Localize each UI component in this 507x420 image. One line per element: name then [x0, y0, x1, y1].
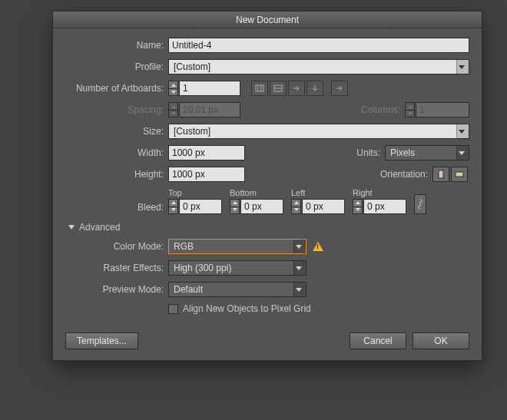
size-label: Size:: [65, 126, 168, 137]
svg-rect-0: [256, 85, 263, 91]
bleed-left-input[interactable]: [302, 199, 345, 214]
height-label: Height:: [65, 169, 168, 180]
units-select[interactable]: Pixels: [385, 145, 469, 160]
spacing-stepper: [168, 102, 240, 117]
bleed-left-stepper[interactable]: [291, 199, 345, 214]
color-mode-select[interactable]: RGB: [168, 239, 307, 254]
name-input[interactable]: [168, 38, 469, 53]
orientation-landscape-icon[interactable]: [451, 167, 468, 182]
artboards-input[interactable]: [179, 81, 240, 96]
units-label: Units:: [356, 147, 385, 158]
bleed-top-label: Top: [168, 188, 222, 197]
color-mode-label: Color Mode:: [65, 241, 168, 252]
bleed-bottom-label: Bottom: [230, 188, 283, 197]
columns-stepper: [405, 102, 469, 117]
bleed-bottom-input[interactable]: [240, 199, 283, 214]
advanced-toggle[interactable]: Advanced: [68, 222, 469, 233]
size-select[interactable]: [Custom]: [168, 124, 469, 139]
height-input[interactable]: [168, 167, 245, 182]
artboards-stepper[interactable]: [168, 81, 240, 96]
arrange-down-icon[interactable]: [307, 81, 323, 96]
bleed-label: Bleed:: [65, 202, 168, 213]
bleed-bottom-stepper[interactable]: [230, 199, 283, 214]
bleed-right-label: Right: [353, 188, 406, 197]
warning-icon: [313, 242, 323, 251]
spacing-label: Spacing:: [65, 104, 168, 115]
orientation-portrait-icon[interactable]: [432, 167, 449, 182]
ok-button[interactable]: OK: [413, 332, 469, 349]
columns-input: [416, 102, 469, 117]
orientation-label: Orientation:: [380, 169, 432, 180]
preview-mode-label: Preview Mode:: [65, 284, 168, 295]
dialog-titlebar: New Document: [53, 12, 482, 28]
new-document-dialog: New Document Name: Profile: [Custom] Num…: [52, 11, 482, 361]
arrange-right-icon[interactable]: [288, 81, 305, 96]
dialog-title: New Document: [236, 15, 299, 25]
raster-effects-select[interactable]: High (300 ppi): [168, 260, 307, 276]
bleed-left-label: Left: [291, 188, 345, 197]
grid-row-icon[interactable]: [251, 81, 268, 96]
preview-mode-select[interactable]: Default: [168, 282, 307, 297]
spacing-input: [179, 102, 240, 117]
bleed-right-input[interactable]: [363, 199, 406, 214]
arrange-single-icon[interactable]: [331, 81, 348, 96]
bleed-top-input[interactable]: [179, 199, 222, 214]
bleed-link-icon[interactable]: [414, 194, 426, 214]
bleed-top-stepper[interactable]: [168, 199, 222, 214]
profile-label: Profile:: [65, 61, 168, 72]
templates-button[interactable]: Templates...: [65, 332, 138, 349]
width-label: Width:: [65, 147, 168, 158]
name-label: Name:: [65, 40, 168, 51]
align-to-grid-checkbox[interactable]: [168, 304, 178, 314]
cancel-button[interactable]: Cancel: [350, 332, 406, 349]
grid-col-icon[interactable]: [270, 81, 287, 96]
svg-rect-6: [456, 172, 463, 177]
artboards-label: Number of Artboards:: [65, 83, 168, 94]
profile-select[interactable]: [Custom]: [168, 59, 469, 74]
chevron-down-icon: [68, 225, 75, 230]
bleed-right-stepper[interactable]: [353, 199, 406, 214]
width-input[interactable]: [168, 145, 245, 160]
columns-label: Columns:: [361, 104, 405, 115]
align-to-grid-label: Align New Objects to Pixel Grid: [183, 303, 311, 314]
svg-rect-5: [439, 170, 443, 178]
raster-effects-label: Raster Effects:: [65, 263, 168, 273]
